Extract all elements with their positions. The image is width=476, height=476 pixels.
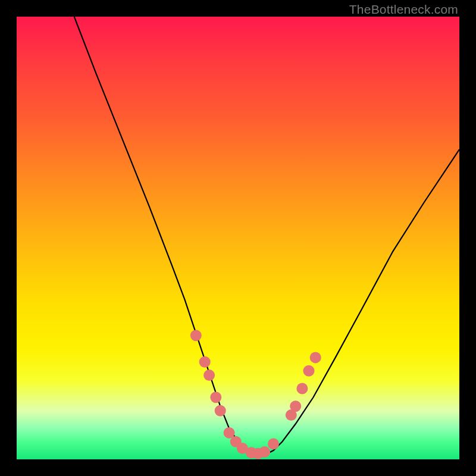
bottleneck-curve: [74, 17, 459, 455]
watermark-label: TheBottleneck.com: [349, 2, 458, 17]
curve-marker: [215, 405, 226, 416]
curve-marker: [303, 365, 315, 377]
plot-area: [17, 17, 459, 459]
curve-marker: [203, 369, 215, 381]
curve-marker: [259, 446, 270, 458]
curve-layer: [17, 17, 459, 459]
chart-frame: TheBottleneck.com: [0, 0, 476, 476]
curve-marker: [296, 383, 308, 394]
curve-marker: [199, 356, 211, 368]
curve-marker: [268, 439, 279, 450]
curve-marker: [190, 330, 202, 341]
curve-marker: [210, 392, 221, 403]
marker-layer: [190, 330, 321, 459]
curve-marker: [310, 352, 321, 363]
curve-marker: [290, 400, 301, 412]
